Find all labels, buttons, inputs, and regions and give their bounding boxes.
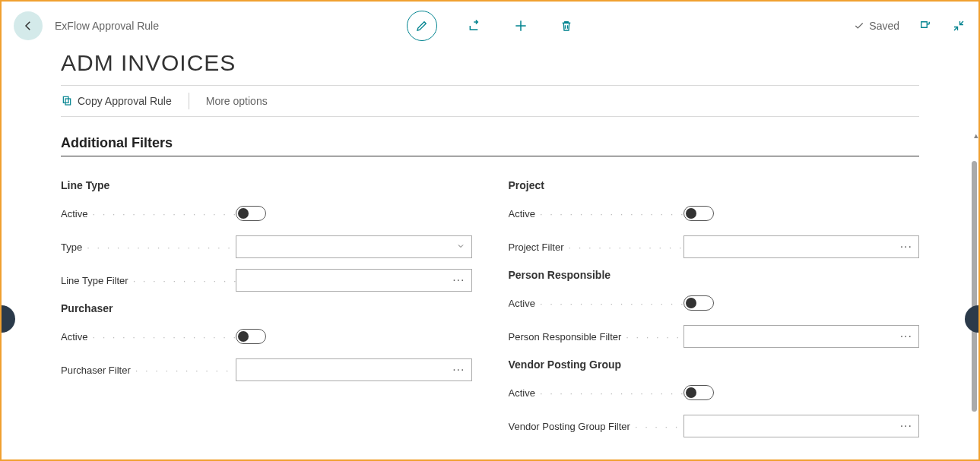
svg-rect-1: [65, 99, 71, 105]
vendor-posting-group-active-label: Active: [509, 387, 683, 399]
line-type-active-toggle[interactable]: [236, 206, 266, 221]
saved-label: Saved: [869, 20, 899, 32]
group-vendor-posting-group: Vendor Posting Group: [509, 358, 920, 371]
purchaser-active-toggle[interactable]: [236, 329, 266, 344]
purchaser-filter-input[interactable]: ···: [236, 358, 472, 381]
vendor-posting-group-filter-label: Vendor Posting Group Filter: [509, 421, 683, 432]
vendor-posting-group-active-toggle[interactable]: [683, 385, 714, 400]
copy-approval-rule-button[interactable]: Copy Approval Rule: [61, 94, 172, 109]
lookup-icon[interactable]: ···: [900, 330, 912, 343]
project-filter-input[interactable]: ···: [683, 235, 920, 258]
group-project: Project: [509, 179, 920, 191]
share-icon[interactable]: [468, 18, 483, 33]
vendor-posting-group-filter-input[interactable]: ···: [683, 415, 920, 437]
purchaser-filter-label: Purchaser Filter: [61, 365, 236, 376]
copy-approval-rule-label: Copy Approval Rule: [78, 95, 172, 107]
scroll-up-arrow[interactable]: ▴: [974, 131, 978, 141]
purchaser-active-label: Active: [61, 331, 236, 343]
more-options-button[interactable]: More options: [206, 95, 268, 107]
person-responsible-active-label: Active: [509, 298, 683, 309]
action-separator: [189, 93, 189, 109]
project-active-label: Active: [509, 208, 683, 219]
group-line-type: Line Type: [61, 179, 472, 191]
project-filter-label: Project Filter: [509, 242, 683, 253]
svg-rect-0: [63, 96, 68, 103]
line-type-active-label: Active: [61, 208, 236, 219]
group-person-responsible: Person Responsible: [509, 269, 920, 281]
person-responsible-active-toggle[interactable]: [683, 295, 714, 311]
scroll-thumb[interactable]: [972, 161, 977, 412]
group-purchaser: Purchaser: [61, 302, 472, 314]
saved-status: Saved: [854, 20, 899, 32]
section-title-additional-filters: Additional Filters: [61, 135, 919, 156]
copy-icon: [61, 94, 73, 109]
edit-button[interactable]: [407, 11, 437, 41]
lookup-icon[interactable]: ···: [452, 273, 465, 287]
type-select[interactable]: [236, 235, 472, 258]
line-type-filter-label: Line Type Filter: [61, 275, 236, 286]
delete-button[interactable]: [559, 18, 574, 33]
person-responsible-filter-label: Person Responsible Filter: [509, 331, 683, 343]
person-responsible-filter-input[interactable]: ···: [683, 325, 920, 348]
project-active-toggle[interactable]: [683, 206, 714, 221]
lookup-icon[interactable]: ···: [900, 240, 912, 254]
back-button[interactable]: [14, 11, 43, 40]
page-title: ADM INVOICES: [2, 44, 978, 85]
open-external-icon[interactable]: [918, 18, 933, 33]
chevron-down-icon: [456, 242, 465, 253]
line-type-filter-input[interactable]: ···: [236, 269, 472, 292]
collapse-icon[interactable]: [951, 18, 966, 33]
type-label: Type: [61, 242, 236, 253]
lookup-icon[interactable]: ···: [452, 363, 465, 377]
scrollbar[interactable]: ▴: [969, 131, 977, 434]
breadcrumb: ExFlow Approval Rule: [55, 20, 159, 32]
new-button[interactable]: [513, 18, 528, 33]
lookup-icon[interactable]: ···: [900, 419, 912, 433]
